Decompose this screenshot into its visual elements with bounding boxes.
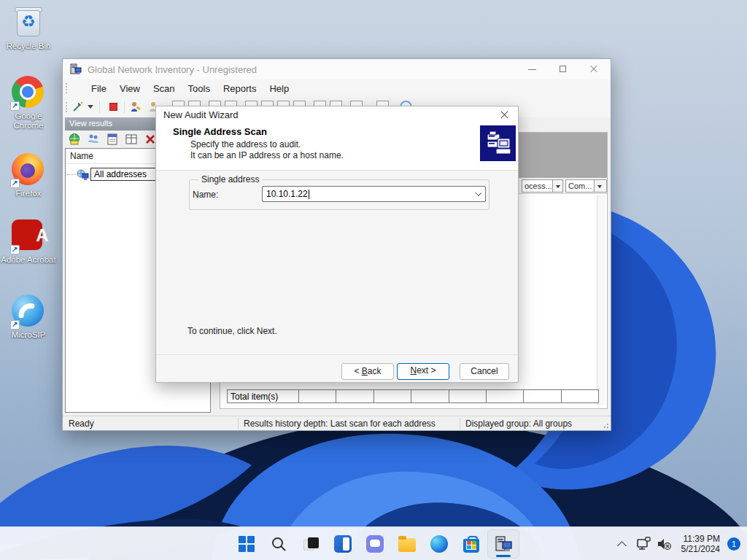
dialog-title: New Audit Wizard	[163, 109, 239, 120]
chat-button[interactable]	[359, 529, 391, 559]
acrobat-icon	[12, 219, 45, 253]
name-label: Name:	[193, 190, 218, 200]
computers-view-icon[interactable]	[87, 133, 100, 146]
tree-item-label[interactable]: All addresses	[90, 168, 163, 181]
desktop-icon-firefox[interactable]: Firefox	[0, 153, 57, 198]
menu-scan[interactable]: Scan	[147, 81, 182, 96]
shortcut-arrow-icon	[10, 179, 20, 188]
summary-cell	[487, 390, 524, 402]
notification-badge[interactable]: 1	[727, 537, 740, 551]
search-button[interactable]	[263, 529, 295, 559]
chevron-up-icon[interactable]	[614, 536, 630, 552]
column-header-com[interactable]: Com...	[565, 179, 607, 192]
taskbar-icon-group	[231, 529, 519, 559]
cancel-button[interactable]: Cancel	[460, 363, 509, 380]
resize-grip[interactable]	[602, 421, 609, 429]
new-audit-wizard-dialog: New Audit Wizard Single Address Scan Spe…	[155, 106, 519, 383]
menu-view[interactable]: View	[113, 81, 147, 96]
vertical-scrollbar[interactable]	[597, 195, 605, 405]
summary-row: Total item(s)	[227, 389, 599, 403]
network-icon[interactable]	[635, 535, 652, 553]
address-value: 10.10.1.22	[266, 189, 308, 199]
network-view-icon[interactable]	[68, 133, 81, 146]
grid-view-icon[interactable]	[125, 133, 138, 146]
address-combobox[interactable]: 10.10.1.22	[262, 186, 486, 202]
desktop-icon-label: Adobe Acrobat	[0, 255, 57, 265]
file-explorer-icon	[398, 538, 416, 552]
summary-label: Total item(s)	[228, 390, 299, 402]
maximize-button[interactable]	[548, 59, 578, 79]
wizard-hint: To continue, click Next.	[187, 326, 277, 336]
recycle-bin-icon	[12, 6, 45, 39]
scan-dropdown-icon[interactable]	[88, 105, 93, 109]
menu-file[interactable]: File	[85, 81, 113, 96]
text-caret	[309, 190, 309, 199]
menu-bar: File View Scan Tools Reports Help	[63, 79, 611, 97]
desktop-icon-label: Firefox	[0, 189, 57, 198]
wizard-header: New Audit Wizard Single Address Scan Spe…	[156, 106, 518, 171]
status-divider	[238, 418, 239, 429]
gni-app-icon	[494, 534, 513, 553]
column-filter-dropdown-icon[interactable]	[594, 180, 605, 192]
store-button[interactable]	[455, 529, 487, 559]
store-icon	[463, 539, 479, 553]
summary-cell	[411, 390, 449, 402]
file-explorer-button[interactable]	[391, 529, 423, 559]
summary-cell	[524, 390, 561, 402]
menu-tools[interactable]: Tools	[182, 81, 217, 96]
toolbar-separator	[99, 101, 100, 113]
status-history: Results history depth: Last scan for eac…	[244, 419, 436, 429]
back-button[interactable]: < Back	[341, 363, 394, 380]
task-view-button[interactable]	[295, 529, 327, 559]
system-tray: 11:39 PM 5/21/2024 1	[614, 527, 747, 560]
desktop-icon-microsip[interactable]: MicroSIP	[0, 295, 57, 340]
chat-icon	[366, 535, 384, 553]
search-icon	[270, 535, 287, 553]
start-button[interactable]	[231, 529, 263, 559]
desktop-icon-recycle-bin[interactable]: Recycle Bin	[0, 6, 57, 51]
taskbar: 11:39 PM 5/21/2024 1	[0, 526, 747, 560]
widgets-icon	[334, 535, 352, 553]
desktop-icon-google-chrome[interactable]: Google Chrome	[0, 76, 57, 131]
summary-cell	[336, 390, 374, 402]
shortcut-arrow-icon	[10, 101, 20, 111]
task-view-icon	[300, 533, 322, 555]
next-button[interactable]: Next >	[397, 363, 449, 380]
clock[interactable]: 11:39 PM 5/21/2024	[681, 534, 720, 554]
summary-cell	[562, 390, 598, 402]
column-header-process[interactable]: ocess...	[522, 179, 563, 192]
wizard-heading: Single Address Scan	[173, 126, 267, 137]
scan-wizard-icon[interactable]	[71, 101, 84, 113]
tray-date: 5/21/2024	[681, 544, 720, 554]
menu-reports[interactable]: Reports	[217, 81, 263, 96]
column-filter-dropdown-icon[interactable]	[552, 180, 562, 192]
desktop-icon-adobe-acrobat[interactable]: Adobe Acrobat	[0, 218, 57, 265]
all-addresses-icon	[77, 169, 89, 180]
desktop-icon-label: Google Chrome	[0, 112, 57, 131]
summary-cell	[299, 390, 336, 402]
toolbar-grip	[66, 102, 68, 112]
desktop-icon-label: Recycle Bin	[0, 42, 57, 51]
volume-muted-icon[interactable]	[655, 535, 673, 553]
tree-connector	[67, 174, 76, 175]
user-credentials-icon[interactable]	[130, 101, 142, 113]
minimize-button[interactable]	[517, 59, 548, 79]
title-bar[interactable]: Global Network Inventory - Unregistered	[63, 59, 611, 79]
button-separator	[156, 354, 518, 355]
stop-scan-icon[interactable]	[109, 103, 117, 111]
menu-help[interactable]: Help	[263, 81, 295, 96]
window-title: Global Network Inventory - Unregistered	[88, 64, 257, 75]
toolbar-separator	[124, 101, 125, 113]
edge-button[interactable]	[423, 529, 455, 559]
shortcut-arrow-icon	[10, 245, 20, 254]
menu-grip	[66, 83, 80, 93]
dialog-close-icon[interactable]	[495, 108, 514, 122]
combobox-dropdown-icon[interactable]	[475, 190, 481, 196]
audit-clipboard-icon[interactable]	[106, 133, 119, 146]
close-button[interactable]	[578, 59, 609, 79]
gni-app-button[interactable]	[487, 529, 519, 559]
desktop: Recycle Bin Google Chrome Firefox Adobe …	[0, 0, 747, 560]
summary-cell	[449, 390, 487, 402]
widgets-button[interactable]	[327, 529, 359, 559]
start-icon	[239, 536, 255, 552]
